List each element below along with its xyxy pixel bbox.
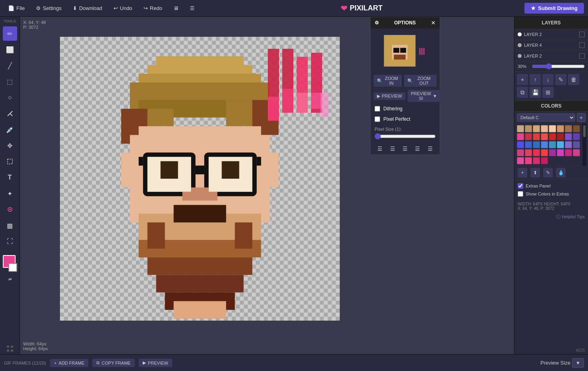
color-swatch[interactable] <box>533 141 540 148</box>
undo-button[interactable]: ↩ Undo <box>110 4 136 13</box>
add-color-button[interactable]: + <box>577 113 586 122</box>
preview-size-button[interactable]: PREVIEW SI ▼ <box>408 90 441 102</box>
move-tool[interactable]: ✥ <box>3 138 17 153</box>
swap-colors-button[interactable]: ⇄ <box>3 272 17 286</box>
move-up-button[interactable]: ↑ <box>530 74 541 85</box>
stamp-tool[interactable]: ✦ <box>3 186 17 201</box>
color-swatch[interactable] <box>565 149 572 156</box>
line-tool[interactable]: ╱ <box>3 58 17 73</box>
duplicate-layer-button[interactable]: ⧉ <box>517 87 528 98</box>
submit-drawing-button[interactable]: ★ Submit Drawing <box>524 3 584 14</box>
copy-frame-button[interactable]: ⧉ COPY FRAME <box>92 359 135 367</box>
color-swatch[interactable] <box>525 125 532 132</box>
fill-tool[interactable] <box>3 106 17 121</box>
color-swatch[interactable] <box>517 157 524 164</box>
eraser-tool[interactable]: ⬜ <box>3 42 17 57</box>
display-button[interactable]: 🖥 <box>169 4 183 13</box>
preview-size-dropdown[interactable]: ▼ <box>572 358 584 368</box>
circle-tool[interactable]: ○ <box>3 90 17 105</box>
color-swatch[interactable] <box>517 141 524 148</box>
color-swatch[interactable] <box>517 125 524 132</box>
options-close-button[interactable]: ✕ <box>431 20 436 26</box>
color-swatch[interactable] <box>565 125 572 132</box>
color-swatch[interactable] <box>525 133 532 140</box>
canvas-checkerboard[interactable] <box>60 37 340 321</box>
redo-button[interactable]: ↪ Redo <box>140 4 166 13</box>
color-swatch[interactable] <box>557 141 564 148</box>
move-down-button[interactable]: ↓ <box>542 74 554 85</box>
color-swatch[interactable] <box>557 125 564 132</box>
edit-color-button[interactable]: ✎ <box>543 168 553 178</box>
color-swatch[interactable] <box>525 149 532 156</box>
color-swatch[interactable] <box>573 133 580 140</box>
delete-layer-button[interactable]: 🗑 <box>568 74 579 85</box>
extras-panel-checkbox[interactable] <box>518 183 523 189</box>
zoom-in-button[interactable]: 🔍 ZOOM IN <box>374 75 402 87</box>
eyedropper-tool[interactable]: 💉 <box>3 122 17 137</box>
color-swatch[interactable] <box>549 133 556 140</box>
canvas-wrapper[interactable] <box>60 37 340 321</box>
color-swatch[interactable] <box>573 141 580 148</box>
color-swatch[interactable] <box>549 125 556 132</box>
color-swatch[interactable] <box>517 149 524 156</box>
settings-menu[interactable]: ⚙ Settings <box>32 4 66 13</box>
color-swatch[interactable] <box>517 133 524 140</box>
helpful-tips-link[interactable]: ⓘ Helpful Tips <box>514 212 588 221</box>
add-layer-button[interactable]: + <box>517 74 528 85</box>
menu-button[interactable]: ☰ <box>186 4 199 13</box>
color-swatch[interactable] <box>573 125 580 132</box>
layer-item-2[interactable]: LAYER 4 <box>514 40 588 51</box>
align-left-button[interactable]: ☰ <box>376 145 384 153</box>
pattern-tool[interactable]: ▩ <box>3 218 17 233</box>
file-menu[interactable]: 📄 File <box>4 4 29 13</box>
align-distribute-button[interactable]: ☰ <box>426 145 435 153</box>
eyedropper-color-button[interactable]: 💧 <box>556 168 566 178</box>
preview-button[interactable]: ▶ PREVIEW <box>374 92 405 100</box>
select-tool[interactable]: ⬚ <box>3 74 17 89</box>
pencil-tool[interactable]: ✏ <box>3 26 17 41</box>
align-justify-button[interactable]: ☰ <box>413 145 422 153</box>
color-swatch[interactable] <box>565 141 572 148</box>
pixel-perfect-checkbox[interactable] <box>375 116 380 122</box>
color-swatch[interactable] <box>549 141 556 148</box>
color-swatch[interactable] <box>557 149 564 156</box>
color-swatch[interactable] <box>573 149 580 156</box>
color-swatch[interactable] <box>533 149 540 156</box>
preview-bottom-button[interactable]: ▶ PREVIEW <box>139 359 172 367</box>
color-swatch[interactable] <box>533 125 540 132</box>
color-swatch[interactable] <box>565 133 572 140</box>
crop-tool[interactable]: ⛶ <box>3 234 17 249</box>
secondary-color[interactable] <box>8 263 17 272</box>
layer-visibility-3[interactable] <box>579 53 585 59</box>
color-swatch[interactable] <box>525 157 532 164</box>
brush-tool[interactable] <box>3 202 17 217</box>
color-swatch[interactable] <box>541 157 548 164</box>
pixel-size-slider[interactable] <box>375 133 436 140</box>
zoom-out-button[interactable]: 🔍 ZOOM OUT <box>404 75 437 87</box>
add-color-swatch-button[interactable]: + <box>518 168 527 178</box>
color-swatch[interactable] <box>557 133 564 140</box>
layer-item-3[interactable]: LAYER 2 <box>514 51 588 62</box>
layer-visibility-2[interactable] <box>579 42 585 48</box>
layer-visibility-1[interactable] <box>579 32 585 37</box>
color-swatch[interactable] <box>541 133 548 140</box>
layer-item-1[interactable]: LAYER 2 <box>514 29 588 40</box>
merge-layer-button[interactable]: ⊞ <box>542 87 554 98</box>
show-colors-checkbox[interactable] <box>518 191 523 197</box>
palette-select[interactable]: Default C <box>517 114 575 122</box>
save-layer-button[interactable]: 💾 <box>530 87 541 98</box>
color-swatch[interactable] <box>541 125 548 132</box>
color-swatch[interactable] <box>533 133 540 140</box>
align-right-button[interactable]: ☰ <box>401 145 409 153</box>
color-swatch[interactable] <box>541 141 548 148</box>
color-swatch[interactable] <box>533 157 540 164</box>
align-center-button[interactable]: ☰ <box>389 145 397 153</box>
canvas-area[interactable]: X: 64, Y: 48 P: 3072 <box>20 17 514 354</box>
color-swatch[interactable] <box>549 149 556 156</box>
color-scrollbar[interactable] <box>582 124 586 166</box>
marquee-tool[interactable] <box>3 154 17 169</box>
color-swatch[interactable] <box>541 149 548 156</box>
add-frame-button[interactable]: + ADD FRAME <box>50 359 88 367</box>
zoom-slider[interactable] <box>532 63 585 70</box>
color-swatch[interactable] <box>525 141 532 148</box>
